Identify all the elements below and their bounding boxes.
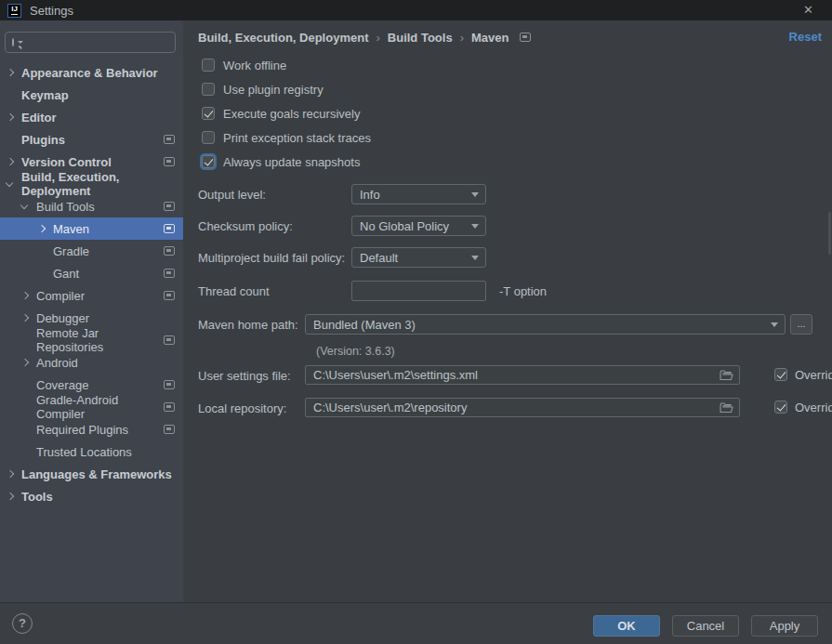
sidebar: Appearance & Behavior Keymap Editor Plug… (0, 20, 183, 602)
sidebar-item-build-tools[interactable]: Build Tools (0, 195, 183, 217)
use-plugin-registry-row: Use plugin registry (202, 80, 324, 99)
sidebar-item-keymap[interactable]: Keymap (0, 84, 183, 106)
maven-home-combo[interactable]: Bundled (Maven 3) (305, 314, 786, 335)
sidebar-item-compiler[interactable]: Compiler (0, 284, 183, 307)
breadcrumb: Build, Execution, Deployment › Build Too… (198, 28, 539, 46)
settings-page-icon (164, 135, 175, 144)
ok-button[interactable]: OK (593, 615, 660, 637)
work-offline-row: Work offline (202, 56, 286, 74)
settings-page-icon (520, 33, 531, 42)
settings-window: IJ Settings ✕ Appearance & Behavior Keym… (0, 0, 832, 644)
breadcrumb-maven[interactable]: Maven (471, 31, 508, 45)
local-repository-override-checkbox[interactable] (774, 401, 787, 414)
dialog-footer: ? OK Cancel Apply (0, 602, 832, 644)
close-icon[interactable]: ✕ (803, 0, 813, 20)
breadcrumb-build-tools[interactable]: Build Tools (388, 31, 453, 45)
settings-page-icon (164, 269, 175, 278)
settings-page-icon (164, 202, 175, 211)
sidebar-item-remote-jar-repositories[interactable]: Remote Jar Repositories (0, 329, 183, 351)
sidebar-item-trusted-locations[interactable]: Trusted Locations (0, 440, 183, 463)
breadcrumb-build-execution-deployment[interactable]: Build, Execution, Deployment (198, 31, 368, 45)
sidebar-item-plugins[interactable]: Plugins (0, 128, 183, 151)
multiproject-policy-row: Multiproject build fail policy: Default (198, 247, 817, 268)
output-level-select[interactable]: Info (351, 184, 486, 204)
window-title: Settings (30, 4, 73, 18)
chevron-right-icon[interactable] (7, 493, 14, 500)
settings-page-icon (164, 291, 175, 300)
settings-page-icon (164, 157, 175, 166)
chevron-down-icon[interactable] (20, 202, 28, 209)
chevron-down-icon (471, 192, 479, 197)
thread-count-input[interactable] (351, 281, 486, 301)
breadcrumb-separator: › (460, 31, 464, 45)
print-exception-stack-traces-checkbox[interactable] (202, 131, 215, 144)
sidebar-item-build-execution-deployment[interactable]: Build, Execution, Deployment (0, 173, 183, 195)
sidebar-item-gant[interactable]: Gant (0, 262, 183, 284)
chevron-right-icon[interactable] (7, 113, 14, 121)
maven-home-row: Maven home path: Bundled (Maven 3) ... (198, 314, 817, 335)
execute-goals-recursively-row: Execute goals recursively (202, 104, 360, 123)
print-exception-stack-traces-row: Print exception stack traces (202, 128, 371, 147)
search-box[interactable] (5, 32, 176, 53)
reset-link[interactable]: Reset (789, 28, 822, 46)
sidebar-item-gradle-android-compiler[interactable]: Gradle-Android Compiler (0, 396, 183, 418)
titlebar: IJ Settings ✕ (0, 0, 832, 20)
chevron-right-icon[interactable] (21, 314, 29, 322)
chevron-down-icon (471, 256, 479, 260)
chevron-down-icon[interactable] (6, 179, 13, 187)
thread-count-hint: -T option (499, 284, 547, 298)
browse-button[interactable]: ... (790, 314, 812, 335)
settings-page-icon (164, 380, 175, 389)
settings-page-icon (164, 402, 175, 412)
output-level-row: Output level: Info (198, 184, 817, 204)
chevron-right-icon[interactable] (38, 225, 46, 232)
sidebar-item-tools[interactable]: Tools (0, 485, 183, 507)
apply-button[interactable]: Apply (751, 615, 818, 637)
local-repository-row: Local repository: C:\Users\user\.m2\repo… (198, 398, 817, 417)
maven-settings-panel: Build, Execution, Deployment › Build Too… (183, 20, 832, 602)
settings-page-icon (164, 246, 175, 256)
thread-count-row: Thread count -T option (198, 281, 817, 301)
chevron-right-icon[interactable] (21, 359, 29, 366)
scrollbar-thumb[interactable] (828, 212, 831, 255)
always-update-snapshots-row: Always update snapshots (202, 152, 360, 171)
sidebar-item-android[interactable]: Android (0, 351, 183, 374)
always-update-snapshots-checkbox[interactable] (202, 155, 215, 168)
sidebar-item-required-plugins[interactable]: Required Plugins (0, 418, 183, 440)
chevron-down-icon (771, 322, 778, 327)
chevron-down-icon (471, 224, 479, 229)
multiproject-policy-select[interactable]: Default (351, 247, 486, 268)
local-repository-input[interactable]: C:\Users\user\.m2\repository (305, 398, 740, 417)
settings-page-icon (164, 335, 175, 345)
search-icon (12, 38, 14, 46)
search-input[interactable] (23, 35, 198, 49)
user-settings-override-checkbox[interactable] (774, 368, 787, 381)
chevron-right-icon[interactable] (7, 470, 14, 478)
help-icon[interactable]: ? (12, 613, 33, 634)
user-settings-override: Override (774, 365, 832, 384)
local-repository-override: Override (774, 398, 832, 416)
use-plugin-registry-checkbox[interactable] (202, 83, 215, 96)
chevron-right-icon[interactable] (7, 69, 14, 76)
sidebar-item-languages-frameworks[interactable]: Languages & Frameworks (0, 463, 183, 485)
sidebar-item-gradle[interactable]: Gradle (0, 240, 183, 262)
dialog-buttons: OK Cancel Apply (593, 615, 818, 637)
settings-tree: Appearance & Behavior Keymap Editor Plug… (0, 61, 183, 507)
sidebar-item-maven[interactable]: Maven (0, 217, 183, 240)
sidebar-item-appearance-behavior[interactable]: Appearance & Behavior (0, 61, 183, 84)
settings-page-icon (164, 224, 175, 233)
cancel-button[interactable]: Cancel (672, 615, 739, 637)
chevron-right-icon[interactable] (21, 292, 29, 299)
maven-version-note: (Version: 3.6.3) (316, 345, 395, 358)
chevron-right-icon[interactable] (7, 158, 14, 165)
folder-icon[interactable] (720, 370, 733, 381)
folder-icon[interactable] (720, 402, 733, 414)
checksum-policy-select[interactable]: No Global Policy (351, 216, 486, 236)
sidebar-item-editor[interactable]: Editor (0, 106, 183, 128)
execute-goals-recursively-checkbox[interactable] (202, 107, 215, 120)
user-settings-file-row: User settings file: C:\Users\user\.m2\se… (198, 365, 817, 385)
intellij-logo-icon: IJ (7, 4, 21, 18)
breadcrumb-separator: › (376, 31, 379, 45)
user-settings-file-input[interactable]: C:\Users\user\.m2\settings.xml (305, 365, 740, 385)
work-offline-checkbox[interactable] (202, 59, 215, 72)
